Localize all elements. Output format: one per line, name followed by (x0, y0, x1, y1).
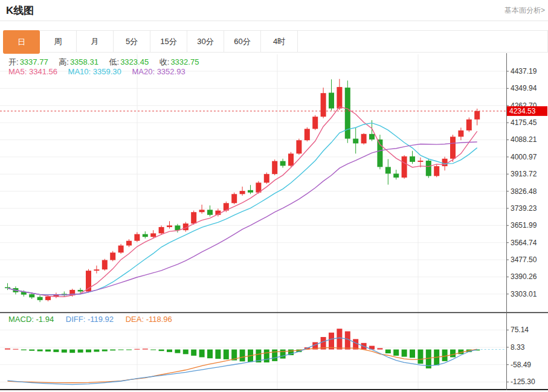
candle-body (240, 191, 245, 194)
open-label: 开: (8, 57, 19, 66)
diff-label: DIFF: (66, 315, 86, 324)
high-label: 高: (59, 57, 69, 66)
axis-label: 4349.94 (511, 84, 537, 92)
candle-body (150, 233, 156, 237)
macd-bar (450, 350, 456, 358)
macd-bar (402, 350, 407, 357)
axis-label: 3913.72 (511, 170, 537, 178)
tab-月[interactable]: 月 (77, 31, 114, 52)
candle-body (207, 210, 213, 214)
dea-label: DEA: (126, 315, 144, 324)
axis-label: -58.49 (511, 361, 531, 369)
candle-body (410, 156, 415, 162)
kline-page: { "header": { "title": "K线图", "link": "基… (0, 0, 548, 392)
candle-body (248, 190, 253, 193)
macd-bar (272, 350, 277, 361)
macd-bar (199, 350, 205, 358)
candle-body (353, 139, 358, 144)
candle-body (143, 234, 148, 237)
candle-body (369, 134, 375, 140)
macd-bar (175, 350, 180, 353)
candle-body (280, 161, 286, 166)
macd-bar (337, 329, 342, 349)
macd-label: MACD: (8, 315, 34, 324)
macd-bar (143, 349, 148, 349)
candle-body (337, 87, 342, 108)
macd-bar (102, 350, 108, 352)
macd-bar (150, 350, 156, 350)
candle-body (264, 174, 269, 182)
axis-label: 3564.74 (511, 239, 537, 247)
tab-周[interactable]: 周 (40, 31, 77, 52)
candle-body (118, 245, 124, 252)
macd-bar (442, 350, 448, 361)
close-label: 收: (160, 57, 170, 66)
macd-bar (126, 350, 132, 350)
page-title: K线图 (6, 4, 34, 18)
macd-bar (29, 350, 34, 351)
candle-body (474, 111, 480, 120)
tab-30分[interactable]: 30分 (187, 31, 224, 52)
candle-body (45, 297, 51, 300)
tab-60分[interactable]: 60分 (224, 31, 261, 52)
fundamental-analysis-link[interactable]: 基本面分析> (504, 5, 545, 16)
last-price-tag-text: 4234.53 (509, 107, 536, 115)
tab-15分[interactable]: 15分 (150, 31, 187, 52)
macd-bar (215, 350, 221, 359)
ma20-value: 3352.93 (157, 67, 185, 76)
macd-bar (224, 350, 229, 359)
candle-body (426, 161, 431, 176)
candle-body (417, 161, 423, 162)
macd-bar (134, 349, 140, 350)
ma5-line (8, 107, 477, 297)
macd-bar (69, 350, 75, 353)
axis-label: 3651.99 (511, 221, 537, 230)
axis-label: 75.14 (511, 326, 529, 334)
macd-bar (94, 350, 99, 352)
open-value: 3337.77 (20, 57, 48, 66)
macd-bar (45, 350, 51, 352)
low-label: 低: (109, 57, 120, 66)
candle-body (305, 129, 310, 140)
candle-body (385, 167, 391, 173)
candle-body (288, 153, 294, 165)
candle-body (312, 117, 318, 129)
candle-body (329, 93, 334, 109)
ma5-value: 3341.56 (29, 67, 57, 76)
candle-body (191, 212, 196, 223)
macd-bar (118, 350, 124, 350)
macd-bar (191, 350, 196, 356)
candle-body (94, 269, 99, 271)
axis-label: 3739.23 (511, 204, 537, 213)
axis-label: 4000.97 (511, 153, 537, 161)
diff-value: -119.92 (88, 315, 114, 324)
candle-body (458, 130, 463, 137)
ma5-label: MA5: (8, 67, 27, 76)
axis-label: 3303.01 (511, 290, 537, 298)
candle-body (102, 260, 108, 270)
axis-label: -125.30 (511, 378, 535, 386)
candle-body (393, 173, 399, 178)
candle-body (37, 297, 43, 300)
axis-label: 3477.50 (511, 255, 537, 264)
candle-body (5, 287, 10, 288)
candle-body (78, 290, 83, 292)
candle-body (159, 227, 164, 233)
dea-value: -118.96 (146, 315, 172, 324)
macd-bar (13, 349, 18, 350)
macd-bar (167, 350, 172, 352)
candle-body (434, 166, 439, 176)
candle-body (231, 194, 237, 203)
tab-4时[interactable]: 4时 (261, 31, 298, 52)
macd-bar (264, 350, 269, 362)
candle-body (199, 210, 205, 212)
high-value: 3358.31 (70, 57, 98, 66)
candle-body (272, 161, 277, 174)
candle-body (29, 294, 34, 297)
tab-5分[interactable]: 5分 (114, 31, 150, 52)
tab-日[interactable]: 日 (3, 30, 40, 54)
macd-bar (410, 350, 415, 358)
candle-body (450, 137, 456, 158)
macd-bar (329, 333, 334, 350)
kline-chart-canvas[interactable]: 4437.194349.944262.704175.454088.214000.… (0, 53, 548, 392)
